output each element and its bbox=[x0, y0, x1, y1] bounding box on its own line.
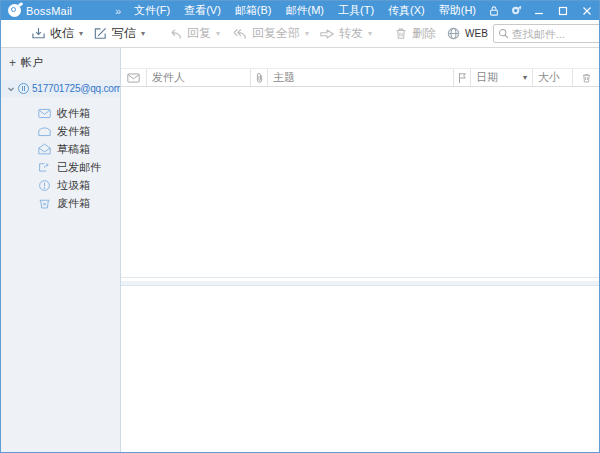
folder-label: 发件箱 bbox=[57, 124, 90, 139]
receive-label: 收信 bbox=[50, 25, 74, 42]
accounts-header-label: 帐户 bbox=[21, 55, 43, 70]
search-input[interactable] bbox=[512, 28, 600, 40]
reply-label: 回复 bbox=[187, 25, 211, 42]
account-row[interactable]: 517701725@qq.com bbox=[1, 80, 120, 97]
compose-icon bbox=[93, 26, 108, 41]
receive-dropdown-caret[interactable]: ▾ bbox=[79, 29, 83, 38]
forward-dropdown-caret[interactable]: ▾ bbox=[368, 29, 372, 38]
web-globe-icon bbox=[446, 26, 461, 41]
account-expand-chevron-icon[interactable] bbox=[7, 85, 15, 93]
message-list bbox=[121, 87, 599, 278]
outbox-icon bbox=[38, 126, 51, 137]
maximize-button[interactable] bbox=[551, 1, 575, 20]
flag-icon bbox=[457, 72, 467, 84]
folder-label: 收件箱 bbox=[57, 106, 90, 121]
folder-label: 垃圾箱 bbox=[57, 178, 90, 193]
folder-list: 收件箱 发件箱 草稿箱 bbox=[1, 104, 120, 212]
message-list-header: 发件人 主题 日期 ▾ bbox=[121, 68, 599, 87]
reply-all-dropdown-caret[interactable]: ▾ bbox=[305, 29, 309, 38]
forward-icon bbox=[319, 27, 335, 41]
column-delete[interactable] bbox=[573, 69, 599, 86]
sidebar: + 帐户 517701725@qq.com 收件箱 bbox=[1, 48, 121, 452]
service-icon[interactable] bbox=[505, 1, 527, 20]
add-account-icon[interactable]: + bbox=[9, 57, 16, 69]
menu-file[interactable]: 文件(F) bbox=[127, 1, 177, 20]
reply-dropdown-caret[interactable]: ▾ bbox=[216, 29, 220, 38]
drafts-icon bbox=[38, 143, 51, 155]
folder-outbox[interactable]: 发件箱 bbox=[1, 122, 120, 140]
web-button[interactable]: WEB bbox=[441, 23, 493, 45]
reply-button[interactable]: 回复 ▾ bbox=[162, 23, 225, 45]
forward-label: 转发 bbox=[339, 25, 363, 42]
column-date[interactable]: 日期 ▾ bbox=[471, 69, 533, 86]
envelope-icon bbox=[127, 73, 140, 83]
qq-account-icon bbox=[18, 83, 29, 94]
reply-all-icon bbox=[230, 27, 248, 41]
trash-icon bbox=[581, 72, 592, 84]
list-top-gap bbox=[121, 48, 599, 68]
column-subject[interactable]: 主题 bbox=[268, 69, 454, 86]
menu-overflow-icon[interactable]: » bbox=[109, 5, 127, 17]
accounts-header: + 帐户 bbox=[1, 55, 120, 70]
window-controls bbox=[527, 1, 599, 20]
close-button[interactable] bbox=[575, 1, 599, 20]
folder-spam[interactable]: 垃圾箱 bbox=[1, 176, 120, 194]
column-subject-label: 主题 bbox=[273, 70, 295, 85]
forward-button[interactable]: 转发 ▾ bbox=[314, 23, 377, 45]
search-icon bbox=[498, 28, 509, 39]
compose-button[interactable]: 写信 ▾ bbox=[88, 23, 150, 45]
folder-label: 废件箱 bbox=[57, 196, 90, 211]
spam-icon bbox=[38, 179, 51, 192]
folder-sent[interactable]: 已发邮件 bbox=[1, 158, 120, 176]
column-size[interactable]: 大小 bbox=[533, 69, 573, 86]
compose-dropdown-caret[interactable]: ▾ bbox=[141, 29, 145, 38]
compose-label: 写信 bbox=[112, 25, 136, 42]
sent-icon bbox=[38, 161, 51, 173]
menu-tools[interactable]: 工具(T) bbox=[331, 1, 381, 20]
receive-button[interactable]: 收信 ▾ bbox=[7, 23, 88, 45]
bossmail-window: BossMail » 文件(F) 查看(V) 邮箱(B) 邮件(M) 工具(T)… bbox=[0, 0, 600, 453]
column-size-label: 大小 bbox=[538, 70, 560, 85]
menu-fax[interactable]: 传真(X) bbox=[381, 1, 432, 20]
folder-drafts[interactable]: 草稿箱 bbox=[1, 140, 120, 158]
folder-trash[interactable]: 废件箱 bbox=[1, 194, 120, 212]
menubar: 文件(F) 查看(V) 邮箱(B) 邮件(M) 工具(T) 传真(X) 帮助(H… bbox=[127, 1, 483, 20]
menu-mailbox[interactable]: 邮箱(B) bbox=[228, 1, 279, 20]
folder-inbox[interactable]: 收件箱 bbox=[1, 104, 120, 122]
reply-icon bbox=[167, 27, 183, 41]
menu-view[interactable]: 查看(V) bbox=[177, 1, 228, 20]
main-panel: 发件人 主题 日期 ▾ bbox=[121, 48, 599, 452]
minimize-button[interactable] bbox=[527, 1, 551, 20]
delete-label: 删除 bbox=[412, 25, 436, 42]
lock-icon[interactable] bbox=[483, 1, 505, 20]
column-flag[interactable] bbox=[454, 69, 471, 86]
trash-folder-icon bbox=[38, 197, 51, 210]
column-sender[interactable]: 发件人 bbox=[147, 69, 251, 86]
sort-caret-icon[interactable]: ▾ bbox=[523, 73, 527, 82]
folder-label: 已发邮件 bbox=[57, 160, 101, 175]
menu-mail[interactable]: 邮件(M) bbox=[279, 1, 332, 20]
reply-all-button[interactable]: 回复全部 ▾ bbox=[225, 23, 314, 45]
folder-label: 草稿箱 bbox=[57, 142, 90, 157]
attachment-icon bbox=[255, 72, 264, 84]
preview-pane bbox=[121, 286, 599, 452]
toolbar: 收信 ▾ 写信 ▾ 回复 ▾ 回复全部 ▾ bbox=[1, 20, 599, 48]
search-box[interactable]: » bbox=[493, 24, 600, 43]
column-attachment[interactable] bbox=[251, 69, 268, 86]
titlebar: BossMail » 文件(F) 查看(V) 邮箱(B) 邮件(M) 工具(T)… bbox=[1, 1, 599, 20]
menu-help[interactable]: 帮助(H) bbox=[432, 1, 483, 20]
receive-icon bbox=[12, 26, 27, 41]
column-date-label: 日期 bbox=[476, 70, 498, 85]
app-title: BossMail bbox=[26, 5, 72, 17]
inbox-icon bbox=[38, 108, 51, 119]
body: + 帐户 517701725@qq.com 收件箱 bbox=[1, 48, 599, 452]
delete-icon bbox=[394, 26, 408, 41]
reply-all-label: 回复全部 bbox=[252, 25, 300, 42]
receive-icon bbox=[31, 26, 46, 41]
column-read-status[interactable] bbox=[121, 69, 147, 86]
bossmail-logo-icon bbox=[8, 4, 21, 17]
web-label: WEB bbox=[465, 28, 488, 39]
delete-button[interactable]: 删除 bbox=[389, 23, 441, 45]
column-sender-label: 发件人 bbox=[152, 70, 185, 85]
account-email[interactable]: 517701725@qq.com bbox=[32, 83, 121, 94]
